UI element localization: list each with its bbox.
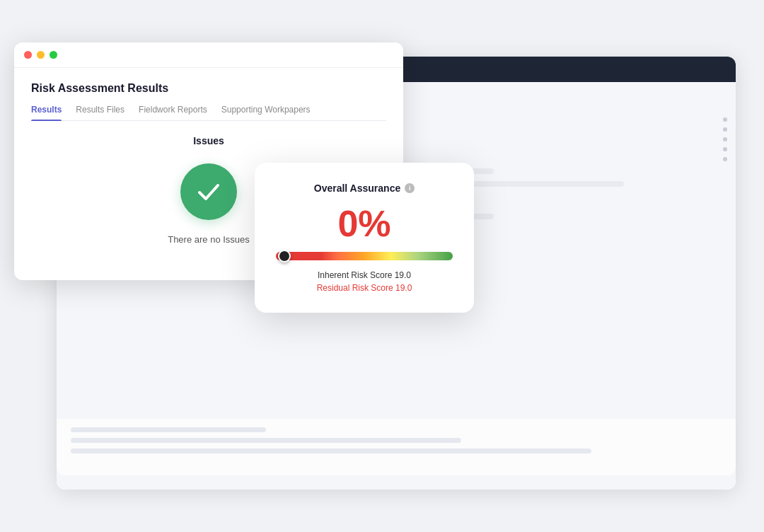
bottom-row-3 xyxy=(71,449,591,453)
assurance-header: Overall Assurance i xyxy=(276,183,453,194)
tabs-container: Results Results Files Fieldwork Reports … xyxy=(31,105,386,121)
minimize-dot xyxy=(37,51,45,59)
assurance-card: Overall Assurance i 0% Inherent Risk Sco… xyxy=(255,163,474,313)
sidebar-dot-4 xyxy=(723,147,727,151)
residual-risk-score: Residual Risk Score 19.0 xyxy=(276,283,453,293)
assurance-percent: 0% xyxy=(276,205,453,242)
risk-bar-needle xyxy=(278,250,291,262)
sidebar-dots xyxy=(723,117,727,161)
assurance-title: Overall Assurance xyxy=(314,183,400,194)
tab-results-files[interactable]: Results Files xyxy=(76,105,125,120)
info-icon: i xyxy=(405,183,415,193)
risk-bar xyxy=(276,252,453,260)
inherent-risk-score: Inherent Risk Score 19.0 xyxy=(276,270,453,280)
maximize-dot xyxy=(50,51,57,59)
sidebar-dot-1 xyxy=(723,117,727,122)
risk-bar-container xyxy=(276,252,453,260)
issues-heading: Issues xyxy=(193,135,224,146)
risk-scores: Inherent Risk Score 19.0 Residual Risk S… xyxy=(276,270,453,293)
bottom-row-2 xyxy=(71,438,461,443)
checkmark-icon xyxy=(194,177,224,207)
tab-results[interactable]: Results xyxy=(31,105,62,120)
tab-fieldwork-reports[interactable]: Fieldwork Reports xyxy=(139,105,207,120)
no-issues-label: There are no Issues xyxy=(168,234,250,245)
close-dot xyxy=(24,51,32,59)
sidebar-dot-5 xyxy=(723,157,727,161)
checkmark-circle xyxy=(180,163,237,220)
page-title: Risk Assessment Results xyxy=(31,82,386,95)
bottom-row-1 xyxy=(71,427,266,432)
sidebar-dot-2 xyxy=(723,127,727,132)
main-titlebar xyxy=(14,42,403,68)
tab-supporting-workpapers[interactable]: Supporting Workpapers xyxy=(221,105,311,120)
browser-bottom-area xyxy=(57,419,736,475)
sidebar-dot-3 xyxy=(723,137,727,141)
